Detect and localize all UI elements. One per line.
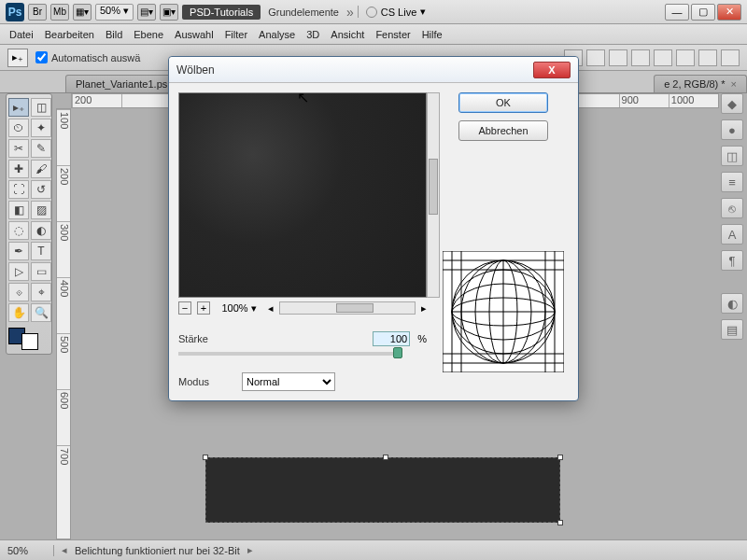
3d-tool-icon[interactable]: ⟐	[8, 283, 29, 301]
minibridge-icon[interactable]: Mb	[50, 4, 69, 21]
workspace-name[interactable]: Grundelemente	[264, 7, 343, 18]
align-btn[interactable]	[586, 49, 605, 66]
minimize-button[interactable]: —	[665, 4, 689, 21]
cancel-button[interactable]: Abbrechen	[458, 120, 548, 141]
preview-zoom[interactable]: 100% ▾	[216, 302, 262, 315]
panel-icon[interactable]: ●	[721, 119, 743, 140]
menu-bearbeiten[interactable]: Bearbeiten	[45, 29, 94, 40]
menu-fenster[interactable]: Fenster	[375, 29, 410, 40]
filter-preview[interactable]	[178, 92, 427, 298]
marquee-tool-icon[interactable]: ◫	[31, 98, 51, 117]
align-btn[interactable]	[698, 49, 717, 66]
eraser-tool-icon[interactable]: ◧	[8, 201, 29, 219]
current-tool-icon[interactable]: ▸₊	[7, 49, 28, 67]
menu-datei[interactable]: Datei	[9, 29, 34, 40]
panel-icon[interactable]: ◫	[721, 146, 743, 166]
menu-ebene[interactable]: Ebene	[134, 29, 163, 40]
cslive-status-icon	[366, 7, 377, 18]
align-btn[interactable]	[721, 49, 740, 66]
status-message: Belichtung funktioniert nur bei 32-Bit	[75, 545, 240, 556]
background-color[interactable]	[21, 333, 38, 350]
lasso-tool-icon[interactable]: ⏲	[8, 119, 29, 137]
align-btn[interactable]	[609, 49, 627, 66]
move-tool-icon[interactable]: ▸₊	[8, 98, 29, 117]
status-zoom[interactable]: 50%	[7, 545, 54, 556]
panel-icon[interactable]: ◐	[721, 293, 743, 314]
transform-handle[interactable]	[557, 520, 563, 525]
wand-tool-icon[interactable]: ✦	[31, 119, 51, 137]
type-tool-icon[interactable]: T	[31, 242, 51, 260]
status-arrow-left-icon[interactable]: ◂	[62, 544, 67, 556]
application-bar: Ps Br Mb ▦▾ 50% ▾ ▤▾ ▣▾ PSD-Tutorials Gr…	[0, 0, 747, 24]
path-tool-icon[interactable]: ▷	[8, 262, 29, 281]
auto-select-checkbox[interactable]: Automatisch auswä	[35, 51, 140, 63]
close-button[interactable]: ✕	[717, 4, 741, 21]
screenmode-icon[interactable]: ▣▾	[160, 4, 178, 21]
crop-tool-icon[interactable]: ✂	[8, 139, 29, 158]
document-tab-right[interactable]: e 2, RGB/8) *×	[654, 75, 747, 92]
canvas-image[interactable]	[205, 457, 560, 523]
zoom-combo[interactable]: 50% ▾	[95, 4, 134, 21]
brush-tool-icon[interactable]: 🖌	[31, 160, 51, 178]
history-brush-icon[interactable]: ↺	[31, 180, 51, 199]
strength-slider[interactable]	[178, 352, 402, 356]
panel-icon[interactable]: ≡	[721, 172, 743, 192]
panel-icon[interactable]: ▤	[721, 319, 743, 340]
strength-label: Stärke	[178, 333, 234, 344]
close-tab-icon[interactable]: ×	[731, 78, 737, 90]
scroll-left-icon[interactable]: ◂	[268, 302, 274, 315]
blur-tool-icon[interactable]: ◌	[8, 221, 29, 240]
panel-icon[interactable]: ¶	[721, 250, 743, 271]
photoshop-logo-icon[interactable]: Ps	[6, 3, 24, 21]
bridge-icon[interactable]: Br	[28, 4, 47, 21]
zoom-in-button[interactable]: +	[197, 301, 210, 315]
gradient-tool-icon[interactable]: ▨	[31, 201, 51, 219]
menu-analyse[interactable]: Analyse	[259, 29, 295, 40]
align-btn[interactable]	[654, 49, 672, 66]
align-btn[interactable]	[676, 49, 695, 66]
menu-ansicht[interactable]: Ansicht	[331, 29, 364, 40]
panel-icon[interactable]: ◆	[721, 93, 743, 114]
heal-tool-icon[interactable]: ✚	[8, 160, 29, 178]
pen-tool-icon[interactable]: ✒	[8, 242, 29, 260]
toolbox: ▸₊◫ ⏲✦ ✂✎ ✚🖌 ⛶↺ ◧▨ ◌◐ ✒T ▷▭ ⟐⌖ ✋🔍	[6, 93, 52, 355]
zoom-tool-icon[interactable]: 🔍	[31, 303, 51, 322]
panel-icon[interactable]: ⎋	[721, 198, 743, 218]
slider-knob[interactable]	[393, 347, 402, 358]
align-btn[interactable]	[631, 49, 650, 66]
transform-handle[interactable]	[203, 455, 208, 460]
document-tab[interactable]: Planet_Variante1.ps	[65, 75, 177, 92]
preview-scrollbar-horizontal[interactable]	[279, 301, 416, 315]
color-swatch[interactable]	[8, 328, 51, 350]
ok-button[interactable]: OK	[458, 92, 548, 113]
dodge-tool-icon[interactable]: ◐	[31, 221, 51, 240]
preview-scrollbar-vertical[interactable]	[427, 92, 440, 298]
menu-3d[interactable]: 3D	[306, 29, 319, 40]
shape-tool-icon[interactable]: ▭	[31, 262, 51, 281]
menu-auswahl[interactable]: Auswahl	[175, 29, 214, 40]
workspace-more-icon[interactable]: »	[346, 5, 354, 20]
strength-input[interactable]	[373, 331, 410, 346]
scroll-right-icon[interactable]: ▸	[421, 302, 427, 315]
hand-tool-icon[interactable]: ✋	[8, 303, 29, 322]
menu-bild[interactable]: Bild	[106, 29, 122, 40]
stamp-tool-icon[interactable]: ⛶	[8, 180, 29, 199]
3d-camera-icon[interactable]: ⌖	[31, 283, 51, 301]
transform-handle[interactable]	[383, 455, 388, 460]
transform-handle[interactable]	[557, 455, 563, 460]
right-panel-dock: ◆ ● ◫ ≡ ⎋ A ¶ ◐ ▤	[721, 93, 743, 340]
panel-icon[interactable]: A	[721, 224, 743, 245]
workspace-pill[interactable]: PSD-Tutorials	[182, 5, 261, 20]
menu-filter[interactable]: Filter	[225, 29, 247, 40]
dialog-close-button[interactable]: X	[533, 62, 571, 78]
arrange-icon[interactable]: ▤▾	[137, 4, 156, 21]
mode-select[interactable]: Normal	[242, 372, 335, 391]
status-arrow-right-icon[interactable]: ▸	[247, 544, 253, 556]
dialog-titlebar[interactable]: Wölben X	[169, 57, 578, 83]
menu-hilfe[interactable]: Hilfe	[422, 29, 443, 40]
zoom-out-button[interactable]: −	[178, 301, 191, 315]
eyedropper-tool-icon[interactable]: ✎	[31, 139, 51, 158]
cs-live[interactable]: CS Live ▾	[358, 6, 427, 18]
maximize-button[interactable]: ▢	[691, 4, 715, 21]
view-extras-icon[interactable]: ▦▾	[73, 4, 92, 21]
